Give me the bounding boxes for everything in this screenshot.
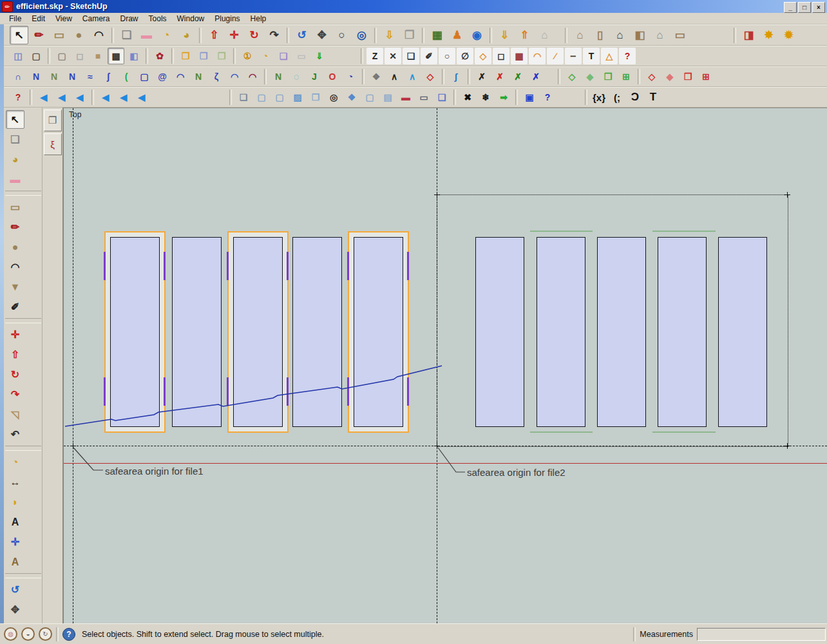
- geo-status-3-icon[interactable]: ↻: [39, 627, 52, 641]
- hidden-line-button[interactable]: ◻: [71, 48, 88, 64]
- text-pencil-button[interactable]: T: [583, 48, 600, 64]
- add-detail-button[interactable]: ♟: [448, 26, 466, 44]
- make-component-button[interactable]: ❏: [117, 26, 136, 44]
- blue-curve-button[interactable]: ∫: [448, 68, 464, 85]
- pan-tool[interactable]: ✥: [312, 26, 331, 44]
- model-disabled-button[interactable]: ⌂: [535, 26, 554, 44]
- menu-item[interactable]: File: [4, 14, 26, 24]
- sidebar-circle-tool[interactable]: ●: [6, 238, 24, 256]
- numbered-cube-button[interactable]: ❑: [433, 89, 450, 106]
- wedge-6-button[interactable]: ◀: [133, 89, 150, 106]
- spring-panel-button[interactable]: ξ: [44, 133, 62, 155]
- pie-arc-button[interactable]: ◔: [342, 68, 359, 85]
- numbered-ball-button[interactable]: ①: [239, 48, 256, 64]
- view-back-button[interactable]: ◧: [631, 26, 649, 44]
- close-button[interactable]: ×: [812, 2, 825, 13]
- eraser-tool[interactable]: ▬: [137, 26, 156, 44]
- shadow-settings-button[interactable]: ◨: [739, 26, 758, 44]
- toggle-sun-button[interactable]: ✹: [779, 26, 798, 44]
- move-tool[interactable]: ✛: [225, 26, 243, 44]
- bezier-scurve-button[interactable]: ʃ: [100, 68, 117, 85]
- photo-match-button[interactable]: ❐: [400, 26, 419, 44]
- red-cubes-button[interactable]: ⊞: [698, 68, 714, 85]
- google-earth-button[interactable]: ◉: [468, 26, 486, 44]
- svg-export-button[interactable]: ⇓: [311, 48, 328, 64]
- toggle-shadows-button[interactable]: ✸: [759, 26, 778, 44]
- triangle-pencil-button[interactable]: △: [601, 48, 618, 64]
- code-text-button[interactable]: T: [645, 89, 661, 106]
- tray-pencil-2-button[interactable]: ▤: [379, 89, 396, 106]
- pencil-help-button[interactable]: ?: [619, 48, 636, 64]
- book-pencil-button[interactable]: ❐: [307, 89, 324, 106]
- line-tool[interactable]: ✏: [30, 26, 48, 44]
- wireframe-button[interactable]: ▢: [53, 48, 70, 64]
- cross-line-pencil-button[interactable]: ✕: [385, 48, 401, 64]
- menu-item[interactable]: Edit: [26, 14, 50, 24]
- view-top-button[interactable]: ⌂: [651, 26, 669, 44]
- bezier-small-arc-button[interactable]: ◠: [226, 68, 243, 85]
- share-model-button[interactable]: ⇑: [515, 26, 534, 44]
- code-braces-button[interactable]: {x}: [591, 89, 607, 106]
- bezier-dark-arc-button[interactable]: ◠: [244, 68, 261, 85]
- dotted-circle-button[interactable]: ◌: [288, 68, 305, 85]
- sidebar-push-pull-tool[interactable]: ⇧: [6, 345, 24, 364]
- polygon-pencil-button[interactable]: ◇: [475, 48, 491, 64]
- rect-pencil-button[interactable]: ◻: [493, 48, 509, 64]
- sidebar-scale-tool[interactable]: ◹: [6, 405, 24, 424]
- cancel-x-button[interactable]: ✖: [459, 89, 476, 106]
- sidebar-3d-text-tool[interactable]: A: [6, 553, 24, 571]
- white-eraser-button[interactable]: ▭: [293, 48, 310, 64]
- round-corner-green-button[interactable]: ❒: [213, 48, 230, 64]
- pb-badge-button[interactable]: ▣: [521, 89, 538, 106]
- pb-eraser-button[interactable]: ▬: [397, 89, 414, 106]
- purple-boxes-button[interactable]: ❑: [275, 48, 292, 64]
- freehand-pencil-button[interactable]: ✐: [421, 48, 437, 64]
- z-line-pencil-button[interactable]: Z: [366, 48, 383, 64]
- bezier-rounded-rect-button[interactable]: ▢: [136, 68, 153, 85]
- bezier-squiggle-button[interactable]: ζ: [208, 68, 225, 85]
- go-arrow-button[interactable]: ➡: [495, 89, 512, 106]
- crosshair-button[interactable]: ◎: [325, 89, 342, 106]
- shaded-button[interactable]: ■: [90, 48, 106, 64]
- view-right-button[interactable]: ▭: [670, 26, 689, 44]
- tape-measure-tool[interactable]: ◔: [157, 26, 176, 44]
- diamond-red-arrow-button[interactable]: ◇: [422, 68, 439, 85]
- sidebar-rectangle-tool[interactable]: ▭: [6, 198, 24, 216]
- sidebar-make-component[interactable]: ❏: [6, 130, 24, 149]
- geo-status-2-icon[interactable]: ◒: [21, 627, 35, 641]
- sidebar-pan-tool[interactable]: ✥: [6, 600, 24, 619]
- sidebar-axes-tool[interactable]: ✛: [6, 533, 24, 551]
- sidebar-line-tool[interactable]: ✏: [6, 218, 24, 236]
- snowflake-button[interactable]: ❄: [477, 89, 494, 106]
- sidebar-orbit-tool[interactable]: ↺: [6, 580, 24, 599]
- xray-mode-button[interactable]: ◫: [10, 48, 26, 64]
- wedge-x2-button[interactable]: ◀: [53, 89, 70, 106]
- ellipse-red-button[interactable]: O: [324, 68, 341, 85]
- menu-item[interactable]: Draw: [115, 14, 144, 24]
- view-left-button[interactable]: ▯: [591, 26, 609, 44]
- circle-tool[interactable]: ●: [70, 26, 88, 44]
- tool-help-button[interactable]: ?: [10, 89, 26, 106]
- wedge-3-button[interactable]: ◀: [71, 89, 88, 106]
- tray-2-button[interactable]: ▢: [271, 89, 288, 106]
- green-diamond-outline-button[interactable]: ◇: [564, 68, 580, 85]
- bezier-arc-button[interactable]: ◠: [172, 68, 189, 85]
- bezier-zigzag-button[interactable]: N: [64, 68, 81, 85]
- lock-axis-button[interactable]: ✗: [473, 68, 490, 85]
- red-diamond-fill-button[interactable]: ◆: [661, 68, 678, 85]
- lock-x-axis-button[interactable]: ✗: [491, 68, 508, 85]
- code-paren-button[interactable]: (;: [609, 89, 625, 106]
- menu-item[interactable]: Camera: [77, 14, 115, 24]
- sidebar-eraser-tool[interactable]: ▬: [6, 170, 24, 189]
- tray-link-button[interactable]: ▢: [361, 89, 378, 106]
- bezier-cloud-button[interactable]: N: [46, 68, 62, 85]
- round-corner-blue-button[interactable]: ❒: [195, 48, 212, 64]
- box-fan-button[interactable]: ❖: [343, 89, 360, 106]
- title-bar[interactable]: ✏ efficient.skp - SketchUp _ □ ×: [0, 0, 827, 13]
- selection-rect-button[interactable]: ▭: [415, 89, 432, 106]
- restore-button[interactable]: □: [798, 2, 811, 13]
- sidebar-paint-bucket[interactable]: ◕: [6, 150, 24, 169]
- green-cube-button[interactable]: ❒: [600, 68, 616, 85]
- rectangle-tool[interactable]: ▭: [50, 26, 68, 44]
- sidebar-follow-me-tool[interactable]: ↷: [6, 385, 24, 404]
